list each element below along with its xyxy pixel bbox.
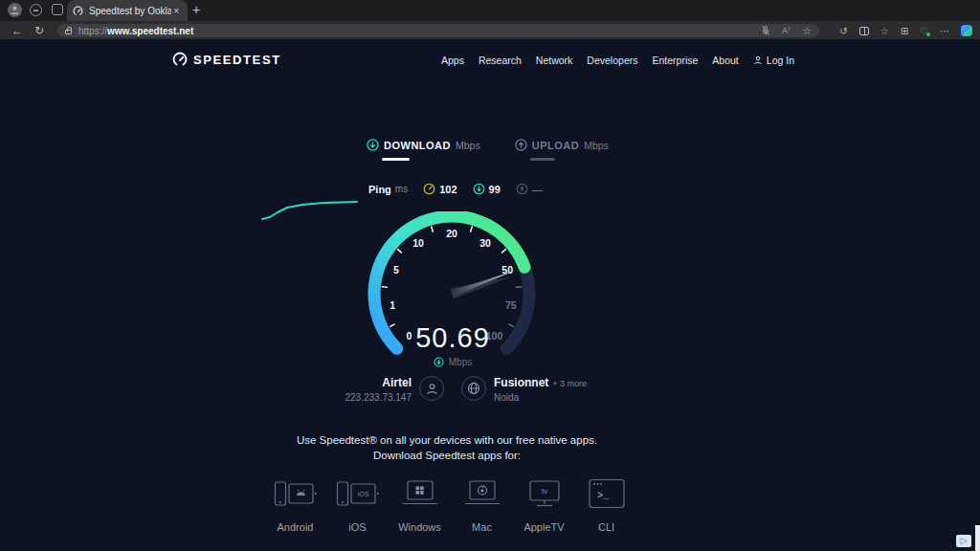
platform-mac[interactable]: Mac (451, 474, 513, 533)
nav-item-developers[interactable]: Developers (587, 55, 637, 66)
platform-label: AppleTV (523, 521, 564, 533)
server-block: Fusionnet+ 3 more Noida (494, 376, 587, 403)
gauge-needle (451, 271, 515, 297)
login-label: Log In (767, 55, 794, 66)
svg-text:1: 1 (390, 299, 395, 311)
address-bar[interactable]: https://www.speedtest.net A⁾ ☆ (57, 24, 819, 37)
new-tab-button[interactable]: + (192, 2, 200, 17)
isp-block: Airtel 223.233.73.147 (287, 376, 412, 403)
upload-arrow-icon (515, 139, 527, 151)
person-icon (426, 383, 438, 395)
speed-value: 50.69 (376, 322, 529, 354)
nav-item-enterprise[interactable]: Enterprise (652, 55, 698, 66)
platform-label: Windows (398, 521, 441, 533)
browser-tab-bar: Speedtest by Ookla - The Glob × + (0, 0, 980, 21)
mac-laptop-icon (461, 479, 503, 508)
browser-tab[interactable]: Speedtest by Ookla - The Glob × (67, 0, 188, 21)
svg-text:iOS: iOS (357, 491, 368, 497)
voice-search-icon[interactable] (762, 26, 769, 35)
platform-label: iOS (348, 521, 366, 533)
server-name: Fusionnet+ 3 more (494, 376, 587, 389)
reload-button[interactable]: ↻ (34, 25, 44, 36)
platform-windows[interactable]: Windows (389, 474, 451, 533)
server-location: Noida (494, 392, 587, 403)
tab-actions-icon[interactable] (52, 4, 63, 15)
svg-text:20: 20 (446, 228, 457, 239)
platform-label: Android (278, 521, 314, 533)
nav-item-research[interactable]: Research (479, 55, 522, 66)
more-servers-link[interactable]: + 3 more (552, 379, 587, 388)
split-screen-icon[interactable] (859, 27, 869, 35)
url-text[interactable]: https://www.speedtest.net (78, 26, 193, 36)
nav-item-network[interactable]: Network (536, 55, 573, 66)
favorite-star-icon[interactable]: ☆ (802, 25, 812, 37)
back-button[interactable]: ← (11, 25, 23, 36)
ping-unit: ms (395, 184, 408, 194)
ping-label: Ping (368, 184, 391, 195)
adchoices-icon[interactable]: ▷ (956, 535, 971, 547)
promo-line1: Use Speedtest® on all your devices with … (203, 434, 691, 446)
browser-essentials-icon[interactable]: ♡ (920, 26, 928, 36)
gauge-needle-trail (451, 276, 512, 299)
android-devices-icon (274, 477, 318, 510)
appletv-icon: tv (523, 478, 566, 509)
url-host: www.speedtest.net (107, 26, 193, 36)
download-arrow-icon (367, 139, 379, 151)
speedtest-page: SPEEDTEST Apps Research Network Develope… (0, 39, 980, 551)
svg-text:75: 75 (505, 299, 517, 311)
upload-tab-label: UPLOAD (532, 140, 579, 151)
extensions-icon[interactable] (30, 4, 42, 16)
copilot-icon[interactable] (961, 25, 972, 36)
inactive-tab-underline (530, 158, 555, 161)
favorites-icon[interactable]: ☆ (880, 26, 889, 36)
settings-menu-icon[interactable]: ⋯ (940, 26, 949, 36)
ios-devices-icon: iOS (336, 477, 380, 510)
person-icon (753, 55, 763, 65)
isp-ip: 223.233.73.147 (287, 392, 412, 403)
connection-info: Airtel 223.233.73.147 Fusionnet+ (287, 376, 587, 403)
profile-avatar-icon[interactable] (8, 3, 22, 17)
history-icon[interactable]: ↺ (839, 26, 847, 36)
svg-text:>_: >_ (597, 491, 610, 501)
active-tab-underline (382, 158, 410, 161)
platform-appletv[interactable]: tv AppleTV (513, 474, 575, 533)
nav-item-apps[interactable]: Apps (441, 55, 464, 66)
url-scheme: https:// (78, 26, 107, 36)
gauge-logo-icon (172, 52, 188, 67)
address-bar-actions: A⁾ ☆ (762, 25, 812, 37)
nav-item-about[interactable]: About (712, 55, 738, 66)
download-latency-value: 99 (489, 184, 501, 195)
site-nav: Apps Research Network Developers Enterpr… (441, 55, 794, 66)
browser-window: Speedtest by Ookla - The Glob × + ← ↻ ht… (0, 0, 980, 551)
tab-download[interactable]: DOWNLOAD Mbps (367, 139, 480, 161)
download-latency: 99 (473, 183, 501, 195)
download-tab-unit: Mbps (456, 140, 480, 151)
login-button[interactable]: Log In (753, 55, 794, 66)
speedtest-logo[interactable]: SPEEDTEST (172, 52, 281, 67)
platform-ios[interactable]: iOS iOS (326, 474, 389, 533)
platform-android[interactable]: Android (264, 474, 326, 533)
speed-sparkline (256, 194, 364, 225)
apps-promo: Use Speedtest® on all your devices with … (203, 434, 691, 461)
tab-close-icon[interactable]: × (173, 6, 179, 16)
upload-latency-value: — (532, 184, 543, 195)
upload-tab-unit: Mbps (584, 140, 609, 151)
globe-icon (467, 382, 480, 395)
isp-user-icon (419, 376, 444, 401)
browser-toolbar: ← ↻ https://www.speedtest.net A⁾ ☆ ↺ ☆ ⊞ (0, 21, 980, 39)
isp-name: Airtel (287, 376, 412, 389)
speedtest-favicon (73, 6, 83, 16)
read-aloud-icon[interactable]: A⁾ (782, 26, 790, 35)
cli-terminal-icon: >_ (586, 478, 628, 509)
result-mode-tabs: DOWNLOAD Mbps UPLOAD Mbps (367, 139, 609, 161)
platform-cli[interactable]: >_ CLI (575, 474, 637, 533)
speed-unit-row: Mbps (376, 357, 529, 367)
upload-latency: — (516, 183, 543, 195)
latency-row: Ping ms 102 99 (368, 183, 543, 195)
platform-links: Android iOS iOS (264, 474, 637, 533)
svg-text:30: 30 (479, 237, 491, 249)
collections-icon[interactable]: ⊞ (901, 26, 908, 36)
idle-latency-icon (423, 183, 435, 195)
person-icon (10, 5, 20, 15)
tab-upload[interactable]: UPLOAD Mbps (515, 139, 609, 161)
